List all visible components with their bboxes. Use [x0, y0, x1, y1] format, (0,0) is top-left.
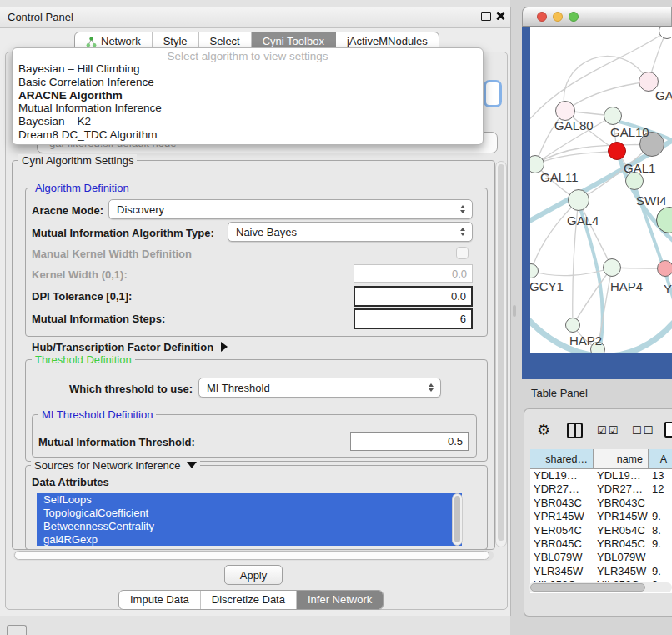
minimized-panel-button[interactable]	[7, 625, 27, 635]
manual-kernel-checkbox	[456, 247, 469, 259]
hub-definition-expander[interactable]: Hub/Transcription Factor Definition	[32, 339, 228, 354]
attribute-item-selected[interactable]: SelfLoops	[37, 493, 462, 507]
data-attributes-label: Data Attributes	[32, 476, 109, 488]
tab-impute-data[interactable]: Impute Data	[119, 591, 201, 609]
attribute-item-selected[interactable]: BetweennessCentrality	[37, 520, 462, 533]
table-row[interactable]: YBL079WYBL079W	[530, 551, 672, 564]
column-header-shared[interactable]: shared…	[530, 449, 594, 468]
kernel-width-value: 0.0	[452, 268, 467, 280]
mi-type-label: Mutual Information Algorithm Type:	[32, 227, 214, 239]
table-panel-title: Table Panel	[531, 387, 588, 399]
node-label: GAL11	[540, 170, 579, 184]
network-node[interactable]	[657, 260, 672, 277]
mi-steps-field[interactable]: 6	[354, 308, 473, 329]
mi-threshold-field[interactable]: 0.5	[350, 432, 469, 451]
checked-boxes-icon[interactable]: ☑☑	[597, 424, 619, 437]
table-row[interactable]: YPR145WYPR145W9.	[530, 510, 672, 523]
tab-infer-network[interactable]: Infer Network	[297, 591, 383, 609]
network-window-frame: GAL GAL80 GAL10 GAL1 GAL11 SWI4 GAL4 GCY…	[522, 27, 672, 379]
algorithm-option[interactable]: Bayesian – K2	[13, 115, 483, 128]
minimize-window-icon[interactable]	[553, 12, 563, 22]
table-row[interactable]: YLR345WYLR345W9.	[530, 565, 672, 578]
table-horizontal-scrollbar[interactable]	[529, 582, 672, 592]
network-node[interactable]	[565, 318, 580, 332]
attribute-item-selected[interactable]: gal4RGexp	[37, 533, 462, 546]
apply-button[interactable]: Apply	[224, 565, 283, 585]
algorithm-option[interactable]: Dream8 DC_TDC Algorithm	[13, 128, 483, 142]
page-icon[interactable]	[664, 422, 672, 438]
table-row[interactable]: YBR043CYBR043C	[530, 497, 672, 510]
settings-group-title: Cyni Algorithm Settings	[18, 154, 137, 167]
threshold-definition-title: Threshold Definition	[32, 353, 135, 366]
dpi-tolerance-field[interactable]: 0.0	[354, 286, 473, 307]
sources-title: Sources for Network Inference	[34, 459, 181, 472]
tab-discretize-data[interactable]: Discretize Data	[201, 591, 297, 609]
attributes-scrollbar[interactable]	[452, 493, 463, 546]
table-row[interactable]: YBR045CYBR045C9.	[530, 538, 672, 551]
network-node[interactable]	[603, 258, 621, 277]
settings-horizontal-scrollbar[interactable]	[13, 550, 494, 561]
mi-threshold-value: 0.5	[448, 435, 463, 448]
manual-kernel-label: Manual Kernel Width Definition	[32, 248, 192, 260]
tab-impute-data-label: Impute Data	[130, 591, 189, 609]
algorithm-definition-title: Algorithm Definition	[32, 182, 133, 194]
attribute-item-selected[interactable]: TopologicalCoefficient	[37, 507, 462, 520]
settings-vertical-scrollbar[interactable]	[495, 161, 507, 548]
combo-arrows-icon	[460, 205, 465, 213]
algorithm-option[interactable]: Basic Correlation Inference	[13, 76, 483, 89]
aracne-mode-combo[interactable]: Discovery	[108, 199, 473, 219]
mi-steps-label: Mutual Information Steps:	[32, 312, 165, 325]
aracne-mode-label: Aracne Mode:	[32, 204, 103, 217]
which-threshold-label: Which threshold to use:	[69, 382, 193, 395]
table-row[interactable]: YER054CYER054C8.	[530, 524, 672, 538]
algorithm-option[interactable]: Bayesian – Hill Climbing	[13, 62, 483, 76]
algorithm-placeholder: Select algorithm to view settings	[13, 50, 483, 62]
mi-threshold-label: Mutual Information Threshold:	[38, 436, 195, 448]
mi-type-value: Naive Bayes	[236, 226, 297, 238]
network-view-window: GAL GAL80 GAL10 GAL1 GAL11 SWI4 GAL4 GCY…	[522, 7, 672, 379]
table-header-row: shared… name A	[530, 449, 672, 469]
column-header-name[interactable]: name	[594, 449, 649, 468]
dpi-tolerance-label: DPI Tolerance [0,1]:	[32, 290, 132, 302]
control-panel-title: Control Panel	[8, 11, 73, 23]
mi-steps-value: 6	[460, 312, 466, 325]
algorithm-dropdown-popup: Select algorithm to view settings Bayesi…	[12, 48, 484, 145]
algorithm-combo-fragment[interactable]	[484, 80, 502, 108]
column-header-partial[interactable]: A	[649, 449, 672, 468]
split-columns-icon[interactable]	[567, 422, 583, 438]
table-row[interactable]: YDL19…YDL19…13	[530, 469, 672, 482]
kernel-width-label: Kernel Width (0,1):	[32, 268, 128, 281]
collapse-down-icon	[187, 462, 197, 468]
split-pane-divider[interactable]	[513, 305, 516, 317]
network-window-titlebar	[522, 7, 672, 27]
network-node-selected[interactable]	[608, 142, 626, 160]
close-panel-button[interactable]	[495, 11, 505, 21]
sources-expander[interactable]: Sources for Network Inference	[31, 458, 200, 472]
app-root: Control Panel Network Style Select Cyni …	[0, 0, 672, 635]
node-label: GAL80	[554, 118, 594, 132]
unchecked-boxes-icon[interactable]: ☐☐	[632, 424, 654, 437]
aracne-mode-value: Discovery	[117, 203, 164, 216]
algorithm-option[interactable]: Mutual Information Inference	[13, 102, 483, 115]
network-node[interactable]	[568, 189, 589, 211]
node-label: GAL10	[610, 125, 649, 139]
mi-type-combo[interactable]: Naive Bayes	[228, 222, 473, 242]
which-threshold-value: MI Threshold	[207, 382, 270, 394]
node-label: GAL1	[624, 161, 655, 175]
zoom-window-icon[interactable]	[569, 12, 579, 22]
mi-threshold-group-title: MI Threshold Definition	[38, 408, 156, 421]
apply-button-label: Apply	[240, 569, 268, 582]
float-window-button[interactable]	[481, 12, 491, 21]
tab-infer-network-label: Infer Network	[308, 591, 372, 609]
table-row[interactable]: YDR27…YDR27…12	[530, 482, 672, 496]
which-threshold-combo[interactable]: MI Threshold	[198, 378, 441, 398]
node-label: HAP4	[610, 279, 643, 293]
close-window-icon[interactable]	[537, 12, 547, 22]
node-label: GAL	[655, 88, 672, 102]
gear-icon[interactable]: ⚙	[537, 421, 550, 439]
algorithm-option-selected[interactable]: ARACNE Algorithm	[13, 89, 483, 102]
network-canvas[interactable]: GAL GAL80 GAL10 GAL1 GAL11 SWI4 GAL4 GCY…	[530, 27, 672, 353]
network-node[interactable]	[604, 107, 622, 125]
cyni-mode-tabbar: Impute Data Discretize Data Infer Networ…	[118, 590, 384, 610]
tab-discretize-data-label: Discretize Data	[212, 591, 285, 609]
